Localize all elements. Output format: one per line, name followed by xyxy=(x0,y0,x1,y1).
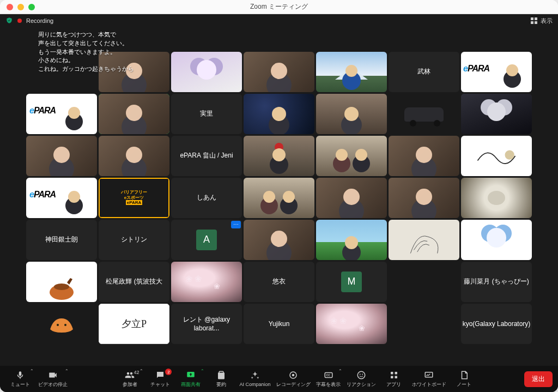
participant-tile[interactable] xyxy=(244,220,314,260)
chevron-up-icon[interactable]: ⌃ xyxy=(30,369,34,373)
participant-tile[interactable]: 松尾政輝 (筑波技大 xyxy=(99,262,169,302)
chevron-up-icon[interactable]: ⌃ xyxy=(140,369,143,373)
captions-button[interactable]: ⌃ CC 字幕を表示 xyxy=(314,367,343,390)
notes-button[interactable]: ノート xyxy=(450,367,479,390)
participant-tile[interactable] xyxy=(26,262,97,302)
participant-name: しあん xyxy=(196,192,217,203)
participant-tile[interactable]: 武林 xyxy=(389,52,459,92)
fullscreen-window-icon[interactable] xyxy=(28,4,35,10)
svg-point-14 xyxy=(357,371,365,379)
svg-point-6 xyxy=(54,284,69,290)
participant-tile[interactable]: ePARA xyxy=(461,52,532,92)
mute-button[interactable]: ⌃ ミュート xyxy=(5,367,35,390)
participant-name: 悠衣 xyxy=(271,276,287,287)
svg-rect-19 xyxy=(391,376,393,378)
apps-button[interactable]: アプリ xyxy=(379,367,409,390)
minimize-window-icon[interactable] xyxy=(17,4,24,10)
participant-tile[interactable] xyxy=(99,136,169,176)
participant-tile[interactable] xyxy=(171,52,242,92)
participants-button[interactable]: 42 ⌃ 参加者 xyxy=(115,367,144,390)
participant-tile[interactable] xyxy=(171,262,242,302)
participant-tile[interactable] xyxy=(316,178,387,218)
apps-icon xyxy=(389,370,399,380)
encryption-shield-icon[interactable] xyxy=(5,17,13,25)
svg-rect-2 xyxy=(531,21,533,24)
participant-tile[interactable]: kyo(Galaxy Laboratory) xyxy=(461,304,532,344)
participant-tile[interactable] xyxy=(316,304,387,344)
participant-tile[interactable] xyxy=(244,94,314,134)
empty-tile xyxy=(389,304,459,344)
cc-icon: CC xyxy=(324,370,333,380)
whiteboard-button[interactable]: ホワイトボード xyxy=(410,367,448,390)
chat-badge: 2 xyxy=(165,369,172,375)
share-screen-button[interactable]: ⌃ 画面共有 xyxy=(176,367,205,390)
participant-tile[interactable] xyxy=(461,94,532,134)
participant-name: ePARA 畠山 / Jeni xyxy=(179,150,234,161)
smile-icon xyxy=(356,370,366,380)
record-button[interactable]: レコーディング xyxy=(274,367,313,390)
participant-tile[interactable]: 藤川菜月 (ちゃっぴー) xyxy=(461,262,532,302)
meeting-top-bar: Recording 表示 xyxy=(0,14,558,27)
svg-rect-0 xyxy=(531,17,533,20)
participant-tile[interactable] xyxy=(99,94,169,134)
participant-tile[interactable] xyxy=(26,136,97,176)
svg-rect-1 xyxy=(535,17,537,20)
stop-video-button[interactable]: ⌃ ビデオの停止 xyxy=(36,367,70,390)
svg-rect-20 xyxy=(395,376,397,378)
participant-tile[interactable]: A⋯ xyxy=(171,220,242,260)
participant-tile[interactable]: 夕立P xyxy=(99,304,169,344)
whiteboard-icon xyxy=(424,370,434,380)
chat-button[interactable]: 2 チャット xyxy=(145,367,175,390)
close-window-icon[interactable] xyxy=(7,4,13,10)
participant-tile[interactable]: Yujikun xyxy=(244,304,314,344)
chat-icon xyxy=(155,370,165,380)
svg-text:CC: CC xyxy=(326,373,330,377)
participant-tile[interactable] xyxy=(244,136,314,176)
tile-menu-icon[interactable]: ⋯ xyxy=(231,221,241,228)
empty-tile xyxy=(389,262,459,302)
chevron-up-icon[interactable]: ⌃ xyxy=(65,369,69,373)
svg-point-16 xyxy=(362,373,363,375)
chevron-up-icon[interactable]: ⌃ xyxy=(338,369,342,373)
view-switch-button[interactable]: 表示 xyxy=(531,17,553,25)
participant-tile[interactable] xyxy=(316,94,387,134)
participant-tile[interactable]: 悠衣 xyxy=(244,262,314,302)
participant-tile[interactable]: シトリン xyxy=(99,220,169,260)
summary-button[interactable]: 要約 xyxy=(207,367,236,390)
participant-name: Yujikun xyxy=(268,319,291,329)
chevron-up-icon[interactable]: ⌃ xyxy=(201,369,204,373)
participant-tile[interactable]: 実里 xyxy=(171,94,242,134)
share-screen-icon xyxy=(186,370,196,380)
window-title: Zoom ミーティング xyxy=(250,2,308,11)
record-icon xyxy=(288,370,298,380)
svg-rect-17 xyxy=(391,372,393,375)
participant-tile[interactable]: 神田銀士朗 xyxy=(26,220,97,260)
participant-tile[interactable] xyxy=(389,178,459,218)
ai-companion-button[interactable]: AI Companion xyxy=(237,367,272,390)
participant-tile[interactable]: ePARA xyxy=(26,94,97,134)
participant-tile[interactable] xyxy=(389,220,459,260)
participant-tile[interactable] xyxy=(461,178,532,218)
leave-meeting-button[interactable]: 退出 xyxy=(524,371,553,387)
participant-tile[interactable] xyxy=(316,220,387,260)
participant-tile[interactable] xyxy=(244,52,314,92)
participant-tile[interactable] xyxy=(461,136,532,176)
participant-tile[interactable] xyxy=(389,136,459,176)
participant-tile[interactable]: ePARA xyxy=(26,178,97,218)
zoom-window: Zoom ミーティング Recording 表示 周りに気をつけつつ、本気で 声… xyxy=(0,0,558,392)
reactions-button[interactable]: リアクション xyxy=(344,367,378,390)
participant-name: レント @galaxy laborat... xyxy=(171,314,242,333)
svg-point-7 xyxy=(57,324,59,326)
participant-tile[interactable] xyxy=(316,136,387,176)
participant-tile[interactable] xyxy=(461,220,532,260)
participant-tile[interactable] xyxy=(26,304,97,344)
participant-name: 松尾政輝 (筑波技大 xyxy=(105,276,163,287)
participant-tile[interactable] xyxy=(244,178,314,218)
participant-tile[interactable]: ePARA 畠山 / Jeni xyxy=(171,136,242,176)
participant-tile[interactable] xyxy=(389,94,459,134)
participant-tile[interactable]: レント @galaxy laborat... xyxy=(171,304,242,344)
participant-tile[interactable]: M xyxy=(316,262,387,302)
participant-tile[interactable] xyxy=(316,52,387,92)
participant-tile[interactable]: しあん xyxy=(171,178,242,218)
participant-tile[interactable]: バリアフリーeスポーツePARA xyxy=(99,178,169,218)
